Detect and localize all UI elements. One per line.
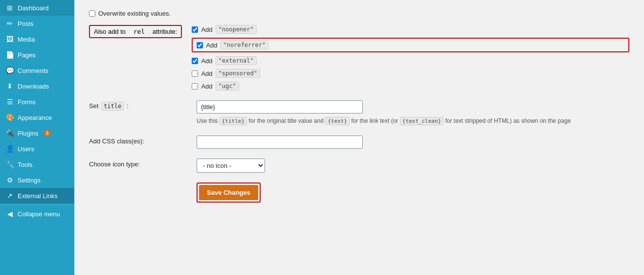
css-class-label: Add CSS class(es): <box>89 136 187 145</box>
also-add-text: Also add to <box>94 28 126 35</box>
pages-icon: 📄 <box>6 51 14 59</box>
noreferrer-checkbox[interactable] <box>197 42 203 48</box>
sidebar-item-forms[interactable]: ☰ Forms <box>0 94 74 110</box>
sidebar-item-label: Pages <box>18 51 36 59</box>
help-end: for text stripped of HTML) as shown on t… <box>445 117 571 124</box>
comments-icon: 💬 <box>6 67 14 74</box>
media-icon: 🖼 <box>6 35 14 43</box>
help-mid2: for the link text (or <box>351 117 398 124</box>
sidebar-item-plugins[interactable]: 🔌 Plugins 8 <box>0 125 74 141</box>
sidebar-item-downloads[interactable]: ⬇ Downloads <box>0 78 74 94</box>
title-code: title <box>101 102 124 111</box>
checkbox-external: Add "external" <box>192 56 629 65</box>
sidebar: ⊞ Dashboard ✏ Posts 🖼 Media 📄 Pages 💬 Co… <box>0 0 74 275</box>
checkbox-sponsored: Add "sponsored" <box>192 69 629 78</box>
noopener-value: "noopener" <box>216 25 257 34</box>
set-text: Set <box>89 102 99 110</box>
checkbox-noopener: Add "noopener" <box>192 25 629 34</box>
sidebar-item-label: Dashboard <box>18 4 49 12</box>
save-row: Save Changes <box>89 183 629 203</box>
help-text-code: {text} <box>325 117 350 125</box>
icon-type-select[interactable]: - no icon - <box>197 159 265 173</box>
overwrite-row: Overwrite existing values. <box>89 10 629 17</box>
sidebar-item-tools[interactable]: 🔧 Tools <box>0 157 74 172</box>
save-button[interactable]: Save Changes <box>199 185 258 200</box>
sidebar-item-collapse[interactable]: ◀ Collapse menu <box>0 206 74 222</box>
icon-type-row: Choose icon type: - no icon - <box>89 159 629 173</box>
title-input[interactable] <box>197 100 363 114</box>
sidebar-item-posts[interactable]: ✏ Posts <box>0 16 74 31</box>
sidebar-item-external-links[interactable]: ↗ External Links <box>0 188 74 204</box>
also-add-row: Also add to rel attribute: Add "noopener… <box>89 25 629 91</box>
sidebar-item-appearance[interactable]: 🎨 Appearance <box>0 110 74 125</box>
rel-code: rel <box>133 28 145 35</box>
posts-icon: ✏ <box>6 20 14 27</box>
sidebar-item-label: Settings <box>18 177 41 184</box>
sidebar-item-comments[interactable]: 💬 Comments <box>0 63 74 78</box>
downloads-icon: ⬇ <box>6 82 14 90</box>
external-add-label: Add <box>201 57 212 65</box>
collapse-icon: ◀ <box>6 210 14 218</box>
set-title-label: Set title : <box>89 100 187 110</box>
forms-icon: ☰ <box>6 98 14 106</box>
sidebar-item-users[interactable]: 👤 Users <box>0 141 74 157</box>
css-class-row: Add CSS class(es): <box>89 136 629 149</box>
help-mid1: for the original title value and <box>248 117 323 124</box>
checkbox-noreferrer: Add "noreferrer" <box>197 41 268 49</box>
sidebar-item-label: Forms <box>18 98 36 106</box>
noopener-add-label: Add <box>201 26 212 33</box>
sidebar-item-label: Tools <box>18 161 32 168</box>
overwrite-label: Overwrite existing values. <box>98 10 171 17</box>
sidebar-item-label: Comments <box>18 67 48 74</box>
css-class-content <box>197 136 629 149</box>
css-class-input[interactable] <box>197 136 363 149</box>
title-help-text: Use this {title} for the original title … <box>197 116 629 126</box>
sponsored-add-label: Add <box>201 70 212 77</box>
sidebar-item-dashboard[interactable]: ⊞ Dashboard <box>0 0 74 16</box>
external-value: "external" <box>216 56 257 65</box>
overwrite-checkbox[interactable] <box>89 10 95 17</box>
noreferrer-add-label: Add <box>206 42 217 49</box>
users-icon: 👤 <box>6 145 14 153</box>
title-colon: : <box>127 102 129 110</box>
appearance-icon: 🎨 <box>6 114 14 121</box>
set-title-row: Set title : Use this {title} for the ori… <box>89 100 629 126</box>
save-content: Save Changes <box>197 183 629 203</box>
help-pre: Use this <box>197 117 218 124</box>
sidebar-item-label: Media <box>18 36 35 43</box>
help-title-code: {title} <box>220 117 247 125</box>
dashboard-icon: ⊞ <box>6 4 14 12</box>
set-title-content: Use this {title} for the original title … <box>197 100 629 126</box>
sidebar-item-label: Plugins <box>18 130 39 137</box>
sponsored-checkbox[interactable] <box>192 70 198 77</box>
noopener-checkbox[interactable] <box>192 26 198 33</box>
sidebar-divider <box>0 205 74 205</box>
icon-type-content: - no icon - <box>197 159 629 173</box>
attribute-text: attribute: <box>153 28 178 35</box>
sidebar-item-label: Appearance <box>18 114 52 121</box>
main-content: Overwrite existing values. Also add to r… <box>74 0 644 275</box>
sidebar-item-label: Downloads <box>18 83 49 90</box>
sidebar-item-label: Collapse menu <box>18 210 60 218</box>
noreferrer-value: "noreferrer" <box>221 41 269 49</box>
sidebar-item-label: Posts <box>18 20 34 27</box>
plugins-icon: 🔌 <box>6 129 14 137</box>
sidebar-item-settings[interactable]: ⚙ Settings <box>0 172 74 188</box>
sidebar-item-media[interactable]: 🖼 Media <box>0 31 74 47</box>
sidebar-item-pages[interactable]: 📄 Pages <box>0 47 74 63</box>
sidebar-item-label: External Links <box>18 192 58 200</box>
save-label-spacer <box>89 183 187 184</box>
plugins-badge: 8 <box>44 130 51 137</box>
noreferrer-highlight-box: Add "noreferrer" <box>192 38 629 52</box>
settings-icon: ⚙ <box>6 176 14 184</box>
tools-icon: 🔧 <box>6 160 14 168</box>
external-checkbox[interactable] <box>192 58 198 64</box>
help-clean-code: {text_clean} <box>400 117 444 125</box>
sidebar-item-label: Users <box>18 145 34 153</box>
icon-type-label: Choose icon type: <box>89 159 187 168</box>
ugc-checkbox[interactable] <box>192 83 198 90</box>
also-add-label-box: Also add to rel attribute: <box>89 25 182 38</box>
rel-checkboxes: Add "noopener" Add "noreferrer" Add "ext… <box>192 25 629 91</box>
ugc-value: "ugc" <box>216 82 239 91</box>
sponsored-value: "sponsored" <box>216 69 260 78</box>
